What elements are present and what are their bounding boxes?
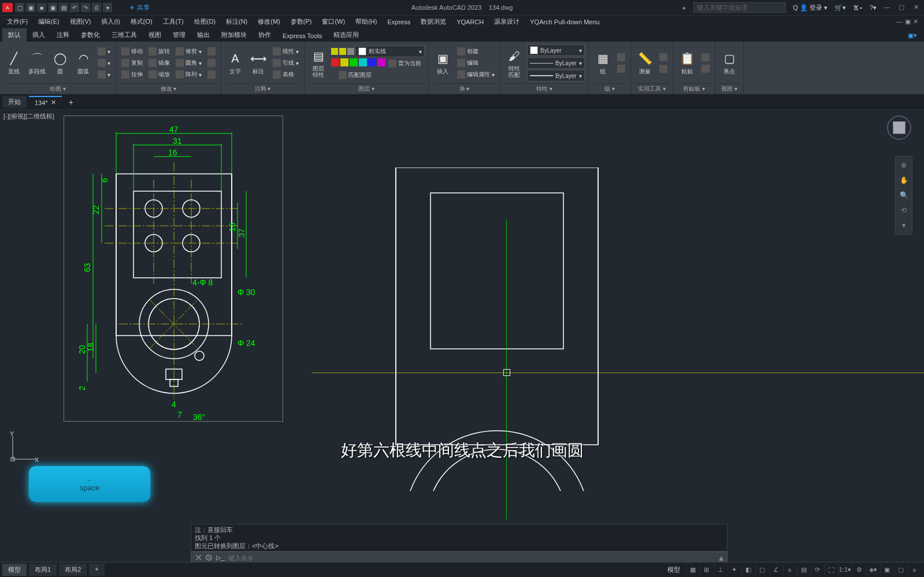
panel-annot-label[interactable]: 注释 ▾ — [225, 83, 300, 94]
array-button[interactable]: 阵列▾ — [174, 69, 203, 80]
move-button[interactable]: 移动 — [120, 46, 144, 57]
menu-express[interactable]: Express — [383, 17, 415, 27]
ribbon-tab-featured[interactable]: 精选应用 — [328, 28, 365, 42]
ribbon-tab-view[interactable]: 视图 — [143, 28, 167, 42]
ribbon-tab-addin[interactable]: 附加模块 — [216, 28, 253, 42]
current-layer-dropdown[interactable]: 粗实线▾ — [355, 46, 425, 57]
color-mag-icon[interactable] — [377, 58, 385, 66]
status-ortho-icon[interactable]: ⊥ — [714, 564, 726, 576]
menu-window[interactable]: 窗口(W) — [317, 16, 350, 27]
close-icon[interactable]: ✕ — [914, 3, 922, 12]
nav-full-icon[interactable]: ⊕ — [897, 159, 910, 172]
viewport-label[interactable]: [-][俯视][二维线框] — [3, 112, 54, 121]
insert-button[interactable]: ▣插入 — [432, 47, 453, 79]
qat-print-icon[interactable]: ⎙ — [92, 3, 101, 12]
status-trans-icon[interactable]: ▤ — [797, 564, 810, 576]
ribbon-tab-output[interactable]: 输出 — [191, 28, 216, 42]
measure-button[interactable]: 📏测量 — [634, 47, 655, 79]
color-green-icon[interactable] — [350, 58, 358, 66]
layer-vis-icon[interactable] — [331, 48, 338, 55]
view-cube[interactable] — [887, 116, 911, 140]
qat-redo-icon[interactable]: ↷ — [81, 3, 90, 12]
nav-pan-icon[interactable]: ✋ — [897, 174, 910, 187]
panel-layer-label[interactable]: 图层 ▾ — [308, 83, 425, 94]
draw-more-1[interactable]: ▾ — [96, 46, 112, 57]
nav-orbit-icon[interactable]: ⟲ — [897, 204, 910, 217]
color-red-icon[interactable] — [331, 58, 339, 66]
text-button[interactable]: A文字 — [225, 47, 246, 79]
status-otrack-icon[interactable]: ∠ — [769, 564, 782, 576]
status-grid-icon[interactable]: ▦ — [686, 564, 699, 576]
util-i1[interactable] — [658, 52, 669, 62]
line-button[interactable]: ╱直线 — [3, 47, 24, 79]
ribbon-tab-express[interactable]: Express Tools — [277, 30, 328, 42]
draw-more-3[interactable]: ▾ — [96, 69, 112, 80]
layout-tab-add[interactable]: + — [89, 564, 104, 576]
menu-format[interactable]: 格式(O) — [126, 16, 157, 27]
color-dropdown[interactable]: ByLayer▾ — [527, 44, 585, 56]
lineweight-dropdown[interactable]: ByLayer▾ — [527, 70, 585, 81]
layout-tab-model[interactable]: 模型 — [2, 564, 27, 576]
fillet-button[interactable]: 圆角▾ — [174, 58, 203, 68]
qat-plot-icon[interactable]: ▤ — [59, 3, 68, 12]
panel-util-label[interactable]: 实用工具 ▾ — [634, 83, 669, 94]
nav-zoom-icon[interactable]: 🔍 — [897, 189, 910, 202]
status-lw-icon[interactable]: ≡ — [783, 564, 796, 576]
ribbon-tab-manage[interactable]: 管理 — [167, 28, 191, 42]
apps-icon[interactable]: ⛕▾ — [853, 4, 863, 11]
circle-button[interactable]: ◯圆 — [50, 47, 70, 79]
menu-help[interactable]: 帮助(H) — [351, 16, 381, 27]
status-model-label[interactable]: 模型 — [663, 565, 685, 574]
match-layer-button[interactable]: 匹配图层 — [337, 70, 373, 80]
paste-button[interactable]: 📋粘贴 — [677, 47, 697, 79]
qat-undo-icon[interactable]: ↶ — [70, 3, 79, 12]
base-button[interactable]: ▢基点 — [719, 47, 740, 79]
menu-data[interactable]: 数据浏览 — [416, 16, 451, 27]
menu-edit[interactable]: 编辑(E) — [34, 16, 64, 27]
clip-i2[interactable] — [700, 64, 711, 74]
mod-icon-3[interactable] — [206, 69, 217, 80]
leader-button[interactable]: 引线▾ — [271, 58, 300, 68]
qat-save-icon[interactable]: ■ — [37, 3, 46, 12]
mod-icon-2[interactable] — [206, 58, 217, 68]
panel-clip-label[interactable]: 剪贴板 ▾ — [677, 83, 711, 94]
doc-restore-icon[interactable]: ▣ — [905, 18, 911, 25]
ribbon-tab-3d[interactable]: 三维工具 — [106, 28, 143, 42]
menu-view[interactable]: 视图(V) — [65, 16, 96, 27]
tab-add-button[interactable]: + — [64, 98, 78, 107]
layer-props-button[interactable]: ▤图层 特性 — [308, 47, 329, 79]
menu-yq2[interactable]: 源泉设计 — [489, 16, 524, 27]
status-ann-icon[interactable]: ⛶ — [825, 564, 837, 576]
layer-freeze-icon[interactable] — [339, 48, 346, 55]
table-button[interactable]: 表格 — [271, 69, 300, 80]
help-icon[interactable]: ?▾ — [870, 4, 877, 12]
match-props-button[interactable]: 🖌特性 匹配 — [504, 47, 525, 79]
util-i2[interactable] — [658, 64, 669, 74]
arc-button[interactable]: ◠圆弧 — [73, 47, 94, 79]
menu-modify[interactable]: 修改(M) — [253, 16, 285, 27]
panel-group-label[interactable]: 组 ▾ — [592, 83, 627, 94]
status-scale-icon[interactable]: 1:1▾ — [838, 564, 851, 576]
qat-more-icon[interactable]: ▾ — [103, 3, 112, 12]
status-polar-icon[interactable]: ✦ — [728, 564, 740, 576]
ribbon-tab-annotate[interactable]: 注释 — [51, 28, 75, 42]
mod-icon-1[interactable] — [206, 46, 217, 57]
panel-block-label[interactable]: 块 ▾ — [432, 83, 496, 94]
status-gear-icon[interactable]: ⚙ — [852, 564, 865, 576]
scale-button[interactable]: 缩放 — [147, 69, 172, 80]
tab-file[interactable]: 134*✕ — [29, 96, 62, 108]
layer-lock-icon[interactable] — [347, 48, 354, 55]
status-ws-icon[interactable]: ◈▾ — [866, 564, 879, 576]
clip-i1[interactable] — [700, 52, 711, 62]
panel-draw-label[interactable]: 绘图 ▾ — [3, 83, 112, 94]
menu-yqarch[interactable]: YQARCH — [452, 17, 488, 27]
color-yellow-icon[interactable] — [340, 58, 348, 66]
cart-icon[interactable]: 🛒▾ — [834, 4, 846, 12]
color-cyan-icon[interactable] — [359, 58, 367, 66]
ribbon-tab-param[interactable]: 参数化 — [75, 28, 106, 42]
doc-minimize-icon[interactable]: — — [896, 18, 903, 25]
draw-more-2[interactable]: ▾ — [96, 58, 112, 68]
maximize-icon[interactable]: ▢ — [899, 3, 907, 12]
polyline-button[interactable]: ⌒多段线 — [27, 47, 47, 79]
group-button[interactable]: ▦组 — [592, 47, 613, 79]
